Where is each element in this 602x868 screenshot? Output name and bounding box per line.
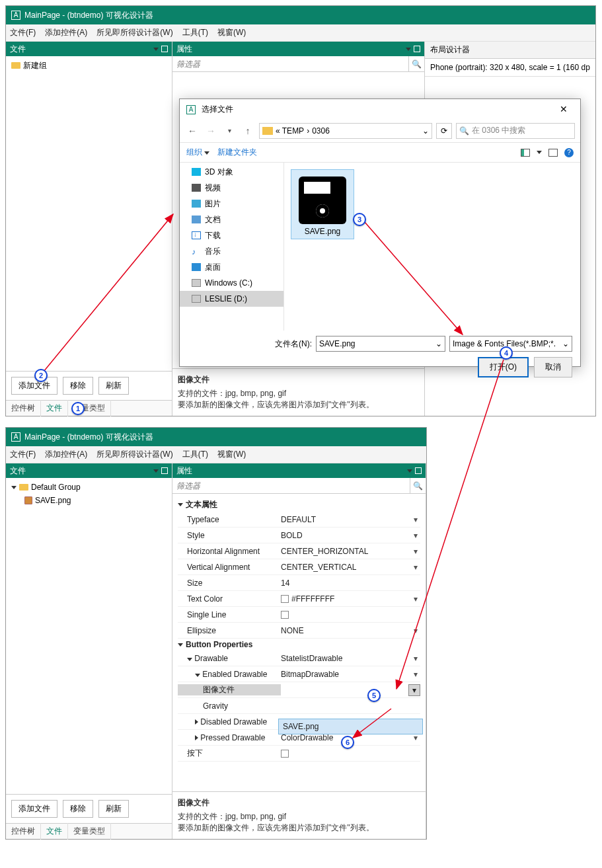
collapse-icon[interactable] xyxy=(153,469,159,473)
nav-documents[interactable]: 文档 xyxy=(180,212,283,227)
tree-root-row[interactable]: 新建组 xyxy=(9,59,169,72)
file-tree[interactable]: Default Group SAVE.png xyxy=(6,478,172,794)
prop-image-file[interactable]: 图像文件▾ xyxy=(178,682,420,698)
breadcrumb-part-2[interactable]: 0306 xyxy=(312,126,330,136)
prop-valign[interactable]: Vertical AlignmentCENTER_VERTICAL▾ xyxy=(178,559,420,575)
cancel-button[interactable]: 取消 xyxy=(534,357,572,377)
nav-downloads[interactable]: 下载 xyxy=(180,227,283,243)
pin-icon[interactable] xyxy=(161,46,168,52)
prop-typeface[interactable]: TypefaceDEFAULT▾ xyxy=(178,512,420,528)
prop-ellipsize[interactable]: EllipsizeNONE▾ xyxy=(178,623,420,639)
back-icon[interactable]: ← xyxy=(185,124,200,138)
prop-drawable[interactable]: DrawableStatelistDrawable▾ xyxy=(178,651,420,666)
refresh-button[interactable]: 刷新 xyxy=(98,377,129,395)
view-dropdown-icon[interactable] xyxy=(537,151,542,154)
nav-drive-d[interactable]: LESLIE (D:) xyxy=(180,291,283,307)
organize-menu[interactable]: 组织 xyxy=(186,147,209,158)
nav-videos[interactable]: 视频 xyxy=(180,180,283,196)
help-icon[interactable]: ? xyxy=(564,148,574,157)
refresh-button[interactable]: 刷新 xyxy=(98,800,129,818)
file-pane-header: 文件 xyxy=(6,463,172,478)
close-icon[interactable]: ✕ xyxy=(554,104,574,114)
breadcrumb[interactable]: « TEMP › 0306 ⌄ xyxy=(259,123,432,139)
tree-item-save[interactable]: SAVE.png xyxy=(9,494,169,507)
breadcrumb-part-1[interactable]: « TEMP xyxy=(276,126,304,136)
collapse-icon[interactable] xyxy=(407,469,412,473)
open-button[interactable]: 打开(O) xyxy=(478,357,529,377)
menu-file[interactable]: 文件(F) xyxy=(10,27,36,38)
collapse-icon[interactable] xyxy=(153,48,159,51)
remove-button[interactable]: 移除 xyxy=(63,800,93,818)
prop-textcolor[interactable]: Text Color#FFFFFFFF▾ xyxy=(178,591,420,607)
dropdown-button-icon[interactable]: ▾ xyxy=(408,684,420,696)
tab-vartype[interactable]: 变量类型 xyxy=(68,823,111,840)
prop-gravity[interactable]: Gravity xyxy=(178,698,420,714)
up-icon[interactable]: ▾ xyxy=(222,124,237,138)
file-pane: 文件 Default Group SAVE.png 添加文件 移除 刷新 xyxy=(6,463,172,839)
forward-icon[interactable]: → xyxy=(204,124,218,138)
nav-desktop[interactable]: 桌面 xyxy=(180,259,283,275)
new-folder-button[interactable]: 新建文件夹 xyxy=(217,147,257,158)
prop-press[interactable]: 按下 xyxy=(178,746,420,762)
menu-add-control[interactable]: 添加控件(A) xyxy=(45,27,87,38)
menu-tools[interactable]: 工具(T) xyxy=(182,27,208,38)
file-tree[interactable]: 新建组 xyxy=(6,56,172,371)
nav-pictures[interactable]: 图片 xyxy=(180,196,283,212)
menu-wysiwyg[interactable]: 所见即所得设计器(W) xyxy=(96,449,172,460)
menu-view[interactable]: 视窗(W) xyxy=(217,449,246,460)
prop-style[interactable]: StyleBOLD▾ xyxy=(178,528,420,543)
prop-halign[interactable]: Horizontal AlignmentCENTER_HORIZONTAL▾ xyxy=(178,543,420,559)
tab-files[interactable]: 文件 xyxy=(41,400,68,416)
add-file-button[interactable]: 添加文件 xyxy=(11,377,57,395)
menu-file[interactable]: 文件(F) xyxy=(10,449,36,460)
titlebar[interactable]: A MainPage - (btndemo) 可视化设计器 xyxy=(6,428,426,446)
nav-drive-c[interactable]: Windows (C:) xyxy=(180,275,283,291)
pin-icon[interactable] xyxy=(414,46,420,52)
dropdown-icon[interactable]: ⌄ xyxy=(562,339,569,348)
search-icon[interactable]: 🔍 xyxy=(408,56,424,71)
prop-disabled-drawable[interactable]: Disabled Drawable SAVE.png xyxy=(178,714,420,730)
prop-size[interactable]: Size14 xyxy=(178,575,420,591)
tree-root-row[interactable]: Default Group xyxy=(9,481,169,494)
window-title: MainPage - (btndemo) 可视化设计器 xyxy=(24,10,153,21)
nav-3d-objects[interactable]: 3D 对象 xyxy=(180,164,283,180)
remove-button[interactable]: 移除 xyxy=(63,377,93,395)
menu-add-control[interactable]: 添加控件(A) xyxy=(45,449,87,460)
reload-icon[interactable]: ⟳ xyxy=(436,123,452,139)
prop-singleline[interactable]: Single Line xyxy=(178,607,420,623)
breadcrumb-dropdown-icon[interactable]: ⌄ xyxy=(422,126,429,136)
view-mode-icon[interactable] xyxy=(521,149,530,157)
filter-input[interactable] xyxy=(172,56,408,71)
tab-control-tree[interactable]: 控件树 xyxy=(6,400,41,416)
section-button-props[interactable]: Button Properties xyxy=(178,640,420,649)
expand-icon[interactable] xyxy=(11,486,17,489)
nav-music[interactable]: ♪音乐 xyxy=(180,243,283,259)
search-icon[interactable]: 🔍 xyxy=(410,478,426,493)
up-button-icon[interactable]: ↑ xyxy=(241,124,255,138)
pin-icon[interactable] xyxy=(415,467,422,474)
dialog-search[interactable]: 🔍 在 0306 中搜索 xyxy=(456,123,575,139)
collapse-icon[interactable] xyxy=(406,48,411,51)
tab-files[interactable]: 文件 xyxy=(41,823,68,840)
prop-enabled-drawable[interactable]: Enabled DrawableBitmapDrawable▾ xyxy=(178,666,420,682)
dialog-nav-tree[interactable]: 3D 对象 视频 图片 文档 下载 ♪音乐 桌面 Windows (C:) LE… xyxy=(180,163,284,331)
checkbox[interactable] xyxy=(281,750,289,758)
dialog-file-area[interactable]: SAVE.png xyxy=(284,163,580,331)
preview-pane-icon[interactable] xyxy=(548,149,558,157)
tab-control-tree[interactable]: 控件树 xyxy=(6,823,41,840)
filter-input[interactable] xyxy=(172,478,410,493)
checkbox[interactable] xyxy=(281,611,289,619)
titlebar[interactable]: A MainPage - (btndemo) 可视化设计器 xyxy=(6,6,595,24)
add-file-button[interactable]: 添加文件 xyxy=(11,800,57,818)
dropdown-option-save[interactable]: SAVE.png xyxy=(278,719,423,734)
menu-tools[interactable]: 工具(T) xyxy=(182,449,208,460)
file-item-save[interactable]: SAVE.png xyxy=(291,169,354,239)
pin-icon[interactable] xyxy=(161,467,168,474)
filename-input[interactable]: SAVE.png ⌄ xyxy=(316,336,445,352)
dropdown-icon[interactable]: ⌄ xyxy=(435,339,442,348)
menu-wysiwyg[interactable]: 所见即所得设计器(W) xyxy=(96,27,172,38)
folder-icon xyxy=(262,127,273,135)
section-text-props[interactable]: 文本属性 xyxy=(178,499,420,510)
menu-view[interactable]: 视窗(W) xyxy=(217,27,246,38)
dialog-titlebar[interactable]: A 选择文件 ✕ xyxy=(180,99,580,119)
